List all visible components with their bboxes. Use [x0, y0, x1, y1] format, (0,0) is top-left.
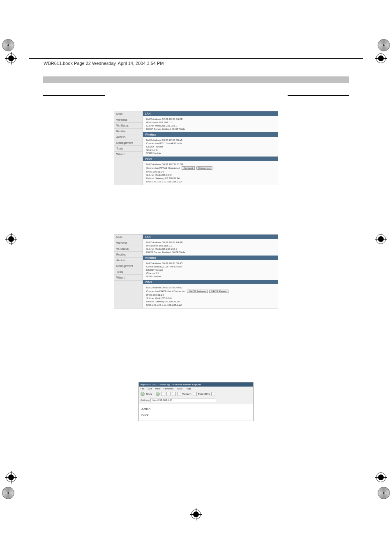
status-screenshot-1: Main Wireless W. Status Routing Access M… [114, 111, 278, 185]
wan-dns: DNS 195.238.2.21 195.238.2.22 [146, 180, 274, 183]
nav-sidebar: Main Wireless W. Status Routing Access M… [114, 111, 143, 185]
wireless-header: Wireless [143, 132, 278, 137]
crop-mark-icon [6, 472, 16, 482]
menu-favorites[interactable]: Favorites [164, 387, 174, 390]
sidebar-item-tools[interactable]: Tools [114, 146, 143, 152]
forward-icon[interactable] [156, 392, 160, 396]
refresh-icon[interactable] [166, 392, 171, 396]
address-label: Address [141, 399, 150, 401]
lan-ip: IP Address 192.168.1.1 [146, 121, 274, 124]
sidebar-item-wizard[interactable]: Wizard [114, 275, 143, 281]
menu-tools[interactable]: Tools [177, 387, 182, 390]
wireless-conn: Connection 802.11b+ AP Enable [146, 265, 274, 268]
dhcp-renew-button[interactable]: DHCP Renew [209, 290, 228, 293]
registration-swirl [378, 39, 390, 51]
window-title: http://192.168.1.1/index.cgi - Microsoft… [139, 382, 253, 387]
lan-mac: MAC Address 00:03:2F:05:A9:FF [146, 241, 274, 244]
wireless-wep: WEP Disable [146, 152, 274, 155]
back-label: Back [146, 393, 152, 396]
wan-dns: DNS 195.238.2.21 195.238.2.22 [146, 303, 274, 306]
nav-sidebar: Main Wireless W. Status Routing Access M… [114, 235, 143, 308]
lan-subnet: Subnet Mask 255.255.255.0 [146, 124, 274, 127]
lan-mac: MAC Address 02:03:2F:05:A9:FF [146, 117, 274, 121]
status-screenshot-2: Main Wireless W. Status Routing Access M… [114, 234, 278, 309]
wireless-conn: Connection 802.11b+ AP Enable [146, 142, 274, 145]
toolbar-sep: · [154, 393, 154, 396]
wireless-essid: ESSID Topcom [146, 145, 274, 148]
wan-header: WAN [143, 157, 278, 161]
search-icon[interactable] [177, 392, 181, 396]
stop-icon[interactable] [161, 392, 165, 396]
dhcp-release-button[interactable]: DHCP Release [187, 290, 208, 293]
wan-gateway: Default Gateway 10.200.31.14 [146, 300, 274, 303]
registration-swirl [2, 39, 14, 51]
sidebar-item-routing[interactable]: Routing [114, 252, 143, 258]
back-icon[interactable] [141, 392, 145, 396]
sidebar-item-main[interactable]: Main [114, 111, 143, 117]
section-rule [288, 95, 349, 96]
menu-help[interactable]: Help [186, 387, 191, 390]
main-panel: LAN MAC Address 00:03:2F:05:A9:FF IP Add… [143, 235, 278, 308]
crop-mark-icon [191, 509, 201, 519]
wan-mac: MAC Address 00:03:2F:DB:08:DE [146, 163, 274, 166]
page-grey-bar [43, 76, 349, 83]
media-icon[interactable] [211, 392, 215, 396]
wan-mac: MAC Address 00:03:2F:05:4A:01 [146, 286, 274, 289]
sidebar-item-main[interactable]: Main [114, 235, 143, 240]
section-rule [43, 95, 105, 96]
wan-conn-label: Connection PPPoE Connected [146, 167, 180, 169]
wan-subnet: Subnet Mask 255.0.0.0 [146, 173, 274, 177]
crop-mark-icon [6, 234, 16, 244]
menu-file[interactable]: File [141, 387, 145, 390]
wan-conn: Connection PPPoE Connected Connect Disco… [146, 166, 274, 170]
lan-subnet: Subnet Mask 255.255.255.0 [146, 247, 274, 251]
action-link[interactable]: Action [141, 406, 251, 412]
main-panel: LAN MAC Address 02:03:2F:05:A9:FF IP Add… [143, 111, 278, 185]
wan-gateway: Default Gateway 82.200.91.34 [146, 177, 274, 180]
crop-mark-icon [376, 472, 386, 482]
sidebar-item-wizard[interactable]: Wizard [114, 152, 143, 157]
sidebar-item-tools[interactable]: Tools [114, 269, 143, 275]
connect-button[interactable]: Connect [182, 166, 195, 170]
crop-mark-icon [6, 53, 16, 63]
sidebar-item-wireless[interactable]: Wireless [114, 240, 143, 246]
wan-conn-label: Connection DHCP client Connected [146, 290, 185, 292]
sidebar-item-management[interactable]: Management [114, 263, 143, 269]
lan-dhcp: DHCP Server Enabled DHCP Table [146, 127, 274, 131]
toolbar: Back · Search Favorites [139, 391, 253, 397]
wan-subnet: Subnet Mask 255.0.0.0 [146, 297, 274, 300]
wan-conn: Connection DHCP client Connected DHCP Re… [146, 289, 274, 293]
browser-screenshot: http://192.168.1.1/index.cgi - Microsoft… [138, 382, 254, 421]
address-bar: Address http://192.168.1.1/ [139, 397, 253, 403]
lan-header: LAN [143, 111, 278, 116]
sidebar-item-management[interactable]: Management [114, 140, 143, 146]
disconnect-button[interactable]: Disconnect [196, 166, 213, 170]
wireless-mac: MAC Address 00:05:2F:05:0E:a5 [146, 138, 274, 142]
wan-ip: IP 80.200.31.14 [146, 293, 274, 297]
sidebar-item-status[interactable]: W. Status [114, 123, 143, 129]
back-link[interactable]: Back [141, 412, 251, 418]
lan-dhcp: DHCP Server Enabled DHCP Table [146, 251, 274, 254]
wireless-mac: MAC Address 00:03:2F:05:0E:A5 [146, 262, 274, 265]
header-rule [29, 58, 363, 59]
search-label: Search [182, 393, 191, 396]
wireless-wep: WEP Disable [146, 275, 274, 278]
address-input[interactable]: http://192.168.1.1/ [150, 398, 216, 402]
wireless-header: Wireless [143, 256, 278, 260]
wireless-channel: Channel 3 [146, 148, 274, 152]
menu-bar: File Edit View Favorites Tools Help [139, 387, 253, 391]
favorites-icon[interactable] [193, 392, 197, 396]
favorites-label: Favorites [198, 393, 210, 396]
menu-view[interactable]: View [155, 387, 160, 390]
crop-mark-icon [376, 53, 386, 63]
browser-body: Action Back [139, 403, 253, 421]
sidebar-item-status[interactable]: W. Status [114, 246, 143, 252]
home-icon[interactable] [172, 392, 176, 396]
menu-edit[interactable]: Edit [148, 387, 152, 390]
sidebar-item-wireless[interactable]: Wireless [114, 117, 143, 123]
wan-header: WAN [143, 280, 278, 284]
lan-ip: IP Address 192.168.1.1 [146, 244, 274, 247]
sidebar-item-access[interactable]: Access [114, 258, 143, 263]
sidebar-item-routing[interactable]: Routing [114, 129, 143, 134]
sidebar-item-access[interactable]: Access [114, 134, 143, 140]
